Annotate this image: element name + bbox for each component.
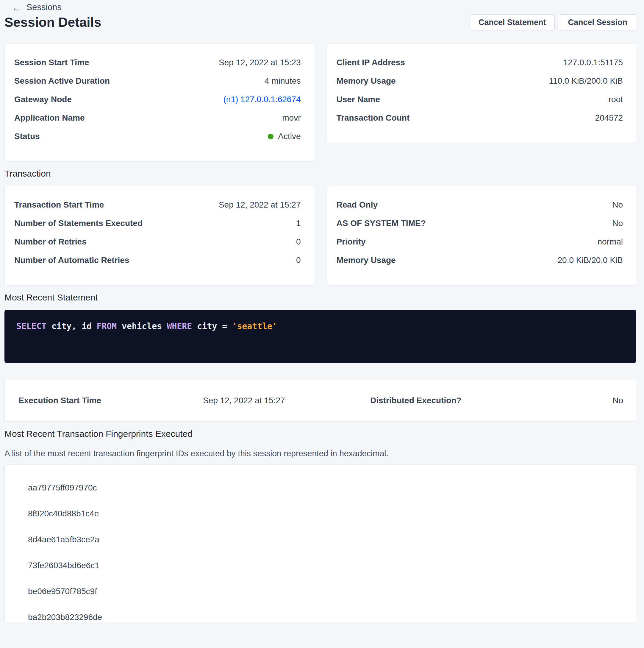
row-value: Sep 12, 2022 at 15:23 bbox=[219, 58, 301, 67]
row-value: 0 bbox=[296, 237, 301, 247]
session-start-time-row: Session Start Time Sep 12, 2022 at 15:23 bbox=[14, 53, 301, 72]
priority-row: Priority normal bbox=[337, 232, 623, 251]
fingerprint-item: 8d4ae61a5fb3ce2a bbox=[28, 527, 623, 552]
row-label: Number of Statements Executed bbox=[14, 219, 142, 228]
transaction-count-row: Transaction Count 204572 bbox=[337, 109, 623, 127]
memory-usage-row: Memory Usage 110.0 KiB/200.0 KiB bbox=[337, 72, 623, 90]
row-label: Transaction Start Time bbox=[14, 200, 104, 210]
row-label: Memory Usage bbox=[337, 256, 396, 265]
row-label: Priority bbox=[337, 237, 366, 247]
breadcrumb-label: Sessions bbox=[26, 2, 62, 12]
transaction-memory-usage-row: Memory Usage 20.0 KiB/20.0 KiB bbox=[337, 251, 623, 270]
row-value: normal bbox=[597, 237, 623, 247]
breadcrumb: ← Sessions bbox=[12, 0, 636, 12]
execution-start-time-value: Sep 12, 2022 at 15:27 bbox=[203, 396, 370, 405]
row-label: Application Name bbox=[14, 113, 84, 123]
gateway-node-row: Gateway Node (n1) 127.0.0.1:62674 bbox=[14, 90, 301, 109]
row-value: No bbox=[612, 219, 623, 228]
status-text: Active bbox=[278, 131, 301, 141]
row-value: Sep 12, 2022 at 15:27 bbox=[219, 200, 301, 210]
row-label: Session Active Duration bbox=[14, 76, 110, 86]
session-info-card: Session Start Time Sep 12, 2022 at 15:23… bbox=[4, 44, 314, 161]
gateway-node-link[interactable]: (n1) 127.0.0.1:62674 bbox=[224, 95, 301, 104]
application-name-row: Application Name movr bbox=[14, 109, 301, 127]
read-only-row: Read Only No bbox=[337, 196, 623, 214]
row-value: root bbox=[608, 95, 623, 104]
cancel-statement-button[interactable]: Cancel Statement bbox=[470, 14, 555, 31]
row-label: Gateway Node bbox=[14, 95, 72, 104]
row-value: movr bbox=[282, 113, 301, 123]
client-info-card: Client IP Address 127.0.0.1:51175 Memory… bbox=[327, 44, 637, 143]
statements-executed-row: Number of Statements Executed 1 bbox=[14, 214, 301, 232]
row-value: No bbox=[612, 200, 623, 210]
transaction-properties-card: Read Only No AS OF SYSTEM TIME? No Prior… bbox=[327, 186, 637, 285]
sql-text: city = bbox=[192, 321, 232, 331]
sql-statement-box: SELECT city, id FROM vehicles WHERE city… bbox=[4, 310, 636, 363]
fingerprint-item: aa79775ff097970c bbox=[28, 475, 623, 501]
row-value: 0 bbox=[296, 256, 301, 265]
row-label: User Name bbox=[337, 95, 380, 104]
distributed-execution-row: Distributed Execution? No bbox=[370, 396, 623, 405]
fingerprint-item: be06e9570f785c9f bbox=[28, 578, 623, 604]
fingerprint-item: ba2b203b823296de bbox=[28, 604, 623, 623]
row-value: 20.0 KiB/20.0 KiB bbox=[558, 256, 623, 265]
fingerprints-description: A list of the most recent transaction fi… bbox=[4, 448, 636, 458]
arrow-left-icon: ← bbox=[12, 3, 21, 12]
transaction-grid: Transaction Start Time Sep 12, 2022 at 1… bbox=[4, 186, 636, 285]
row-label: Memory Usage bbox=[337, 76, 396, 86]
execution-start-time-label: Execution Start Time bbox=[18, 396, 203, 405]
row-value: 4 minutes bbox=[265, 76, 301, 86]
row-value: 127.0.0.1:51175 bbox=[563, 58, 623, 67]
header-row: Session Details Cancel Statement Cancel … bbox=[4, 14, 636, 31]
sql-keyword: FROM bbox=[97, 321, 117, 331]
sql-text: city, id bbox=[46, 321, 97, 331]
fingerprints-card: aa79775ff097970c 8f920c40d88b1c4e 8d4ae6… bbox=[4, 464, 636, 623]
row-label: Read Only bbox=[337, 200, 378, 210]
transaction-start-time-row: Transaction Start Time Sep 12, 2022 at 1… bbox=[14, 196, 301, 214]
as-of-system-time-row: AS OF SYSTEM TIME? No bbox=[337, 214, 623, 232]
sql-text: vehicles bbox=[117, 321, 167, 331]
execution-card: Execution Start Time Sep 12, 2022 at 15:… bbox=[4, 379, 636, 422]
statement-section-heading: Most Recent Statement bbox=[4, 292, 636, 303]
session-details-page: ← Sessions Session Details Cancel Statem… bbox=[0, 0, 644, 623]
status-row: Status Active bbox=[14, 127, 301, 146]
row-label: Transaction Count bbox=[337, 113, 410, 123]
status-active-dot-icon bbox=[268, 134, 274, 140]
distributed-execution-label: Distributed Execution? bbox=[370, 396, 461, 405]
status-badge: Active bbox=[268, 131, 301, 141]
fingerprint-item: 73fe26034bd6e6c1 bbox=[28, 552, 623, 578]
page-title: Session Details bbox=[4, 15, 101, 30]
user-name-row: User Name root bbox=[337, 90, 623, 109]
row-value: 204572 bbox=[595, 113, 623, 123]
retries-row: Number of Retries 0 bbox=[14, 232, 301, 251]
distributed-execution-value: No bbox=[612, 396, 623, 405]
row-label: Number of Retries bbox=[14, 237, 86, 247]
sql-statement: SELECT city, id FROM vehicles WHERE city… bbox=[16, 320, 636, 332]
session-active-duration-row: Session Active Duration 4 minutes bbox=[14, 72, 301, 90]
fingerprints-section-heading: Most Recent Transaction Fingerprints Exe… bbox=[4, 429, 636, 439]
row-value: 1 bbox=[296, 219, 301, 228]
automatic-retries-row: Number of Automatic Retries 0 bbox=[14, 251, 301, 270]
cancel-session-button[interactable]: Cancel Session bbox=[559, 14, 636, 31]
row-value: 110.0 KiB/200.0 KiB bbox=[549, 76, 623, 86]
row-label: AS OF SYSTEM TIME? bbox=[337, 219, 426, 228]
sql-keyword: SELECT bbox=[16, 321, 46, 331]
row-label: Session Start Time bbox=[14, 58, 89, 67]
transaction-info-card: Transaction Start Time Sep 12, 2022 at 1… bbox=[4, 186, 314, 285]
session-summary-grid: Session Start Time Sep 12, 2022 at 15:23… bbox=[4, 44, 636, 161]
row-label: Status bbox=[14, 131, 40, 141]
row-label: Number of Automatic Retries bbox=[14, 256, 129, 265]
transaction-section-heading: Transaction bbox=[4, 169, 636, 179]
row-label: Client IP Address bbox=[337, 58, 405, 67]
fingerprint-item: 8f920c40d88b1c4e bbox=[28, 501, 623, 527]
sql-string: 'seattle' bbox=[232, 321, 277, 331]
header-actions: Cancel Statement Cancel Session bbox=[470, 14, 636, 31]
client-ip-row: Client IP Address 127.0.0.1:51175 bbox=[337, 53, 623, 72]
sql-keyword: WHERE bbox=[167, 321, 192, 331]
back-to-sessions-link[interactable]: ← Sessions bbox=[12, 2, 62, 12]
